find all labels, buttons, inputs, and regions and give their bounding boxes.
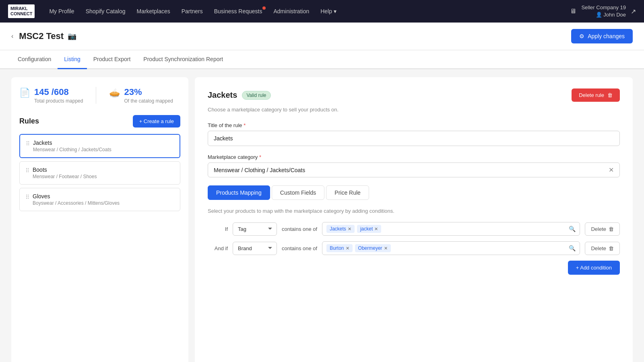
condition-operator-2: contains one of bbox=[282, 245, 317, 251]
required-star: * bbox=[244, 122, 246, 128]
tags-area-1[interactable]: Jackets ✕ jacket ✕ 🔍 bbox=[322, 222, 580, 236]
company-name: Seller Company 19 bbox=[581, 4, 626, 11]
stat-products-label: Total products mapped bbox=[34, 98, 83, 104]
user-name: 👤 John Doe bbox=[581, 11, 626, 19]
tag-burton: Burton ✕ bbox=[326, 244, 352, 252]
page-title: MSC2 Test bbox=[19, 31, 64, 41]
tab-listing[interactable]: Listing bbox=[58, 50, 87, 69]
rule-item-jackets[interactable]: ⠿ Jackets Menswear / Clothing / Jackets/… bbox=[19, 134, 180, 158]
main-content: 📄 145 /608 Total products mapped 🥧 23% O… bbox=[0, 69, 644, 362]
rule-name: Gloves bbox=[33, 193, 120, 200]
rule-header-row: Jackets Valid rule Delete rule 🗑 bbox=[208, 88, 620, 102]
logo[interactable]: MIRAKL CONNECT bbox=[8, 4, 35, 18]
rule-item-boots[interactable]: ⠿ Boots Menswear / Footwear / Shoes bbox=[19, 161, 180, 185]
rule-path: Menswear / Footwear / Shoes bbox=[33, 174, 97, 179]
condition-prefix-1: If bbox=[208, 226, 228, 232]
nav-shopify-catalog[interactable]: Shopify Catalog bbox=[81, 5, 130, 18]
tags-search-icon-1[interactable]: 🔍 bbox=[569, 226, 576, 232]
stat-catalog-number: 23% bbox=[124, 87, 173, 97]
nav-partners[interactable]: Partners bbox=[177, 5, 208, 18]
back-button[interactable]: ‹ bbox=[11, 33, 13, 40]
title-area: ‹ MSC2 Test 📷 bbox=[11, 31, 76, 41]
stat-products-mapped: 📄 145 /608 Total products mapped bbox=[19, 87, 83, 104]
user-area: 🖥 Seller Company 19 👤 John Doe ↗ bbox=[570, 4, 636, 19]
tab-product-sync-report[interactable]: Product Synchronization Report bbox=[137, 50, 229, 69]
share-icon[interactable]: ↗ bbox=[631, 8, 636, 15]
stat-products-number: 145 /608 bbox=[34, 87, 83, 97]
delete-condition-2-button[interactable]: Delete 🗑 bbox=[585, 242, 620, 255]
category-label: Marketplace category * bbox=[208, 154, 620, 160]
pie-chart-icon: 🥧 bbox=[109, 88, 120, 98]
delete-rule-button[interactable]: Delete rule 🗑 bbox=[572, 88, 620, 102]
title-field-group: Title of the rule * bbox=[208, 122, 620, 146]
sub-tab-custom-fields[interactable]: Custom Fields bbox=[272, 185, 324, 200]
nav-marketplaces[interactable]: Marketplaces bbox=[132, 5, 175, 18]
tabs-bar: Configuration Listing Product Export Pro… bbox=[0, 50, 644, 69]
stat-catalog-mapped: 🥧 23% Of the catalog mapped bbox=[109, 87, 173, 104]
clear-category-icon[interactable]: ✕ bbox=[609, 166, 614, 174]
remove-tag-jacket[interactable]: ✕ bbox=[374, 226, 378, 232]
condition-row-2: And if Brand contains one of Burton ✕ Ob… bbox=[208, 241, 620, 255]
remove-tag-burton[interactable]: ✕ bbox=[346, 246, 349, 251]
tag-jacket: jacket ✕ bbox=[357, 225, 381, 233]
rules-title: Rules bbox=[19, 117, 39, 125]
drag-handle-icon: ⠿ bbox=[25, 194, 29, 200]
tag-obermeyer: Obermeyer ✕ bbox=[355, 244, 391, 252]
category-field-group: Marketplace category * ✕ bbox=[208, 154, 620, 177]
rule-path: Menswear / Clothing / Jackets/Coats bbox=[33, 147, 111, 152]
condition-field-select-2[interactable]: Brand bbox=[233, 242, 277, 255]
mapping-description: Select your products to map with the mar… bbox=[208, 208, 620, 214]
rule-subtitle: Choose a marketplace category to sell yo… bbox=[208, 107, 620, 113]
notification-badge bbox=[262, 6, 266, 10]
add-condition-button[interactable]: + Add condition bbox=[568, 261, 620, 275]
rules-header: Rules + Create a rule bbox=[19, 115, 180, 128]
nav-my-profile[interactable]: My Profile bbox=[44, 5, 79, 18]
logo-text: MIRAKL CONNECT bbox=[8, 4, 35, 18]
stats-row: 📄 145 /608 Total products mapped 🥧 23% O… bbox=[19, 87, 180, 104]
nav-links: My Profile Shopify Catalog Marketplaces … bbox=[44, 5, 570, 18]
nav-administration[interactable]: Administration bbox=[269, 5, 314, 18]
category-input-wrapper[interactable]: ✕ bbox=[208, 162, 620, 177]
rule-title: Jackets bbox=[208, 90, 237, 100]
tags-area-2[interactable]: Burton ✕ Obermeyer ✕ 🔍 bbox=[322, 241, 580, 255]
condition-prefix-2: And if bbox=[208, 245, 228, 251]
condition-row-1: If Tag contains one of Jackets ✕ jacket … bbox=[208, 222, 620, 236]
tags-search-icon-2[interactable]: 🔍 bbox=[569, 245, 576, 251]
person-icon: 👤 bbox=[596, 12, 604, 18]
user-info: Seller Company 19 👤 John Doe bbox=[581, 4, 626, 19]
nav-business-requests[interactable]: Business Requests bbox=[209, 5, 267, 18]
remove-tag-obermeyer[interactable]: ✕ bbox=[384, 246, 388, 251]
tab-configuration[interactable]: Configuration bbox=[11, 50, 58, 69]
rule-name: Jackets bbox=[33, 140, 111, 146]
sub-tab-price-rule[interactable]: Price Rule bbox=[326, 185, 369, 200]
title-input[interactable] bbox=[208, 131, 620, 146]
tab-product-export[interactable]: Product Export bbox=[87, 50, 137, 69]
category-input[interactable] bbox=[214, 167, 609, 173]
camera-icon[interactable]: 📷 bbox=[68, 32, 76, 41]
sub-tab-products-mapping[interactable]: Products Mapping bbox=[208, 185, 270, 200]
rule-item-gloves[interactable]: ⠿ Gloves Boyswear / Accessories / Mitten… bbox=[19, 188, 180, 211]
delete-condition-1-button[interactable]: Delete 🗑 bbox=[585, 222, 620, 236]
valid-rule-badge: Valid rule bbox=[242, 91, 270, 100]
right-panel: Jackets Valid rule Delete rule 🗑 Choose … bbox=[195, 77, 633, 362]
rule-path: Boyswear / Accessories / Mittens/Gloves bbox=[33, 200, 120, 206]
stat-divider bbox=[96, 87, 96, 104]
document-icon: 📄 bbox=[19, 88, 30, 98]
create-rule-button[interactable]: + Create a rule bbox=[133, 115, 180, 128]
topnav: MIRAKL CONNECT My Profile Shopify Catalo… bbox=[0, 0, 644, 23]
trash-icon: 🗑 bbox=[609, 245, 614, 251]
rule-name: Boots bbox=[33, 167, 97, 173]
condition-field-select-1[interactable]: Tag bbox=[233, 222, 277, 236]
sub-tabs: Products Mapping Custom Fields Price Rul… bbox=[208, 185, 620, 200]
nav-help[interactable]: Help ▾ bbox=[316, 5, 341, 18]
title-label: Title of the rule * bbox=[208, 122, 620, 128]
remove-tag-jackets[interactable]: ✕ bbox=[348, 226, 351, 232]
required-star: * bbox=[259, 154, 261, 160]
apply-changes-button[interactable]: ⚙ Apply changes bbox=[571, 29, 633, 43]
trash-icon: 🗑 bbox=[607, 92, 613, 98]
stat-catalog-label: Of the catalog mapped bbox=[124, 98, 173, 104]
page-header: ‹ MSC2 Test 📷 ⚙ Apply changes bbox=[0, 23, 644, 50]
drag-handle-icon: ⠿ bbox=[25, 167, 29, 174]
condition-operator-1: contains one of bbox=[282, 226, 317, 232]
rule-title-area: Jackets Valid rule bbox=[208, 90, 271, 100]
